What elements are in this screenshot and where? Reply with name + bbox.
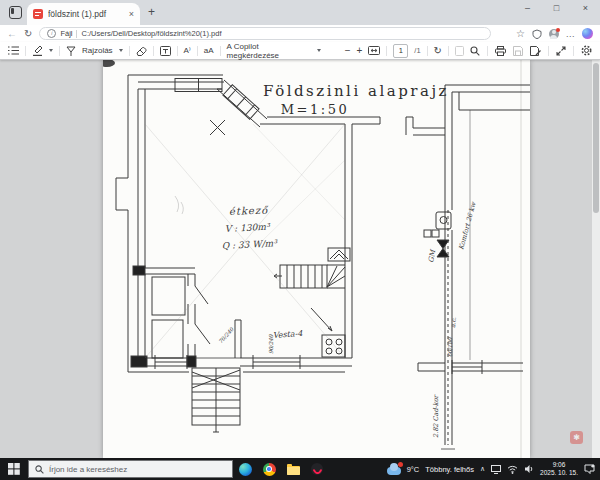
ask-copilot-button[interactable]: A Copilot megkérdezése [227, 42, 311, 60]
settings-gear-icon[interactable] [581, 45, 592, 56]
taskbar-clock[interactable]: 9:06 2025. 10. 15. [540, 461, 578, 478]
door-dim-label: 70/240 [217, 326, 235, 345]
eraser-icon[interactable] [136, 46, 147, 56]
start-button[interactable] [0, 463, 28, 475]
center-window-dim-label: 90/240 [268, 334, 274, 354]
copilot-dropdown-icon[interactable] [317, 49, 321, 52]
room-name-label: étkező [229, 205, 270, 217]
profile-avatar[interactable] [549, 29, 559, 39]
maximize-button[interactable]: □ [542, 3, 571, 13]
taskbar-opera-icon[interactable] [305, 463, 329, 475]
roof-hatch-symbol [328, 248, 350, 261]
file-info-icon[interactable]: i [47, 29, 56, 38]
tab-title: földszint (1).pdf [48, 9, 124, 19]
plan-title: Földszinli alaprajz [263, 82, 449, 100]
search-placeholder: Írjon ide a kereséshez [49, 465, 127, 474]
acrobat-overlay-icon[interactable]: ✱ [570, 431, 583, 444]
refresh-icon[interactable]: ↻ [24, 29, 32, 39]
address-scheme-label: Fájl [60, 29, 72, 38]
clock-time: 9:06 [540, 461, 578, 469]
scrollbar-thumb[interactable] [593, 63, 599, 213]
page-number-input[interactable]: 1 [393, 44, 408, 58]
add-text-icon[interactable] [160, 46, 171, 56]
profile-notification-dot [556, 28, 560, 32]
volume-icon[interactable] [524, 460, 534, 478]
address-bar: ← ↻ i Fájl C:/Users/Dell/Desktop/földszi… [0, 25, 600, 42]
draw-dropdown-icon[interactable] [119, 49, 123, 52]
chamfer-window [223, 85, 259, 119]
windows-logo-icon [8, 463, 20, 475]
stove-arrow [311, 308, 332, 331]
page-view-icon [455, 46, 464, 56]
pdf-page: Földszinli alaprajz M=1:50 [103, 60, 530, 458]
scrollbar[interactable] [592, 60, 600, 458]
print-icon[interactable] [495, 46, 506, 56]
tab-close-icon[interactable]: × [129, 10, 134, 19]
room-heatload-label: Q : 33 W/m³ [222, 238, 279, 251]
close-button[interactable]: × [571, 3, 600, 13]
top-window [175, 79, 222, 92]
clock-date: 2025. 10. 15. [540, 469, 578, 477]
address-field[interactable]: i Fájl C:/Users/Dell/Desktop/földszint%2… [39, 27, 491, 40]
tab-foldszint-pdf[interactable]: földszint (1).pdf × [27, 3, 140, 25]
minimize-button[interactable]: – [513, 3, 542, 13]
pipe-label: 2.82 Cad-kor [432, 394, 440, 438]
save-as-icon[interactable] [530, 46, 541, 56]
fit-width-icon[interactable] [368, 46, 380, 55]
interior-stair [274, 265, 345, 288]
back-icon[interactable]: ← [7, 29, 17, 39]
bottom-window-left [155, 355, 187, 369]
browser-essentials-icon[interactable] [532, 29, 542, 39]
weather-alert-dot [398, 462, 403, 467]
tray-chevron-up-icon[interactable]: ∧ [480, 465, 485, 473]
taskbar-search-input[interactable]: Írjon ide a kereséshez [28, 460, 233, 478]
address-bar-actions: ☆ ... [516, 28, 593, 39]
gas-meter-symbol [437, 240, 449, 257]
toc-icon[interactable] [8, 46, 19, 55]
main-walls [133, 79, 445, 370]
favorites-star-icon[interactable]: ☆ [516, 29, 525, 39]
address-separator [76, 30, 77, 38]
address-url: C:/Users/Dell/Desktop/földszint%20(1).pd… [81, 29, 221, 38]
weather-temperature[interactable]: 9°C [407, 465, 420, 474]
search-icon [35, 465, 44, 474]
taskbar-chrome-icon[interactable] [257, 463, 281, 476]
pdf-file-icon [33, 9, 43, 19]
gas-meter-label: GM [427, 248, 437, 264]
stove-label: Vesta-4 [273, 329, 304, 340]
highlighter-dropdown-icon[interactable] [49, 49, 53, 52]
draw-pen-icon[interactable] [66, 46, 76, 56]
fullscreen-icon[interactable] [556, 46, 566, 56]
read-mode-icon[interactable]: aA [204, 46, 214, 55]
right-window-dim-label: 60/180 [447, 337, 453, 357]
network-icon[interactable] [507, 460, 518, 478]
floor-plan-drawing: Földszinli alaprajz M=1:50 [103, 60, 530, 458]
plan-scale: M=1:50 [281, 102, 349, 117]
copilot-icon[interactable] [582, 28, 593, 39]
pdf-viewport[interactable]: Földszinli alaprajz M=1:50 [0, 60, 600, 458]
zoom-out-icon[interactable]: − [345, 46, 351, 56]
weather-description[interactable]: Többny. felhős [425, 465, 474, 474]
weather-icon[interactable] [387, 467, 401, 475]
rotate-icon[interactable]: ↻ [434, 46, 442, 56]
taskbar-edge-icon[interactable] [233, 463, 257, 476]
edge-window: földszint (1).pdf × + – □ × ← ↻ i Fájl C… [0, 0, 600, 480]
read-aloud-icon[interactable]: A⁾ [184, 46, 191, 55]
system-tray: 9°C Többny. felhős ∧ 9:06 2025. 10. 15. [387, 460, 600, 478]
search-icon[interactable] [470, 46, 480, 56]
highlighter-icon[interactable] [32, 45, 43, 56]
boiler-label: Komfort 26 kw [457, 200, 478, 251]
external-stair [192, 368, 240, 432]
zoom-in-icon[interactable]: + [357, 46, 363, 56]
tab-strip: földszint (1).pdf × + – □ × [0, 0, 600, 25]
display-icon[interactable] [491, 460, 501, 478]
action-center-icon[interactable] [584, 460, 595, 478]
new-tab-button[interactable]: + [148, 5, 155, 19]
settings-more-icon[interactable]: ... [566, 29, 575, 39]
scan-artifacts [103, 60, 521, 458]
plan-title-block: Földszinli alaprajz M=1:50 [263, 82, 449, 117]
draw-button-label[interactable]: Rajzolás [82, 46, 113, 55]
tab-activity-icon[interactable] [9, 6, 22, 19]
taskbar-explorer-icon[interactable] [281, 464, 305, 475]
window-controls: – □ × [513, 0, 600, 16]
